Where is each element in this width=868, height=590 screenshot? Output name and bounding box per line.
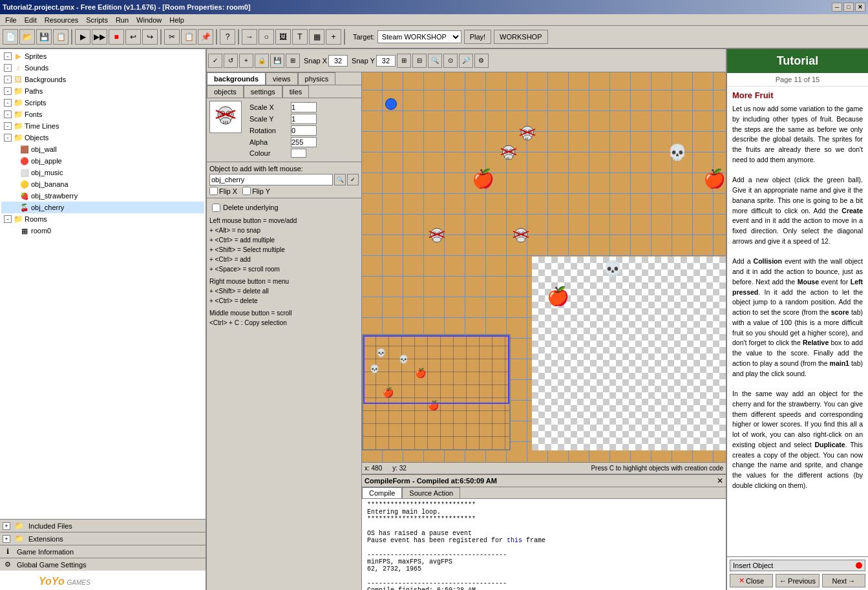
sprite-btn[interactable]: 🖼: [275, 29, 291, 45]
tree-obj-cherry[interactable]: 🍒 obj_cherry: [1, 202, 204, 213]
grid-toggle-btn[interactable]: ⊟: [412, 54, 427, 68]
object-btn[interactable]: ○: [259, 29, 274, 45]
tree-sounds[interactable]: - ♪ Sounds: [1, 62, 204, 74]
compile-tab-compile[interactable]: Compile: [362, 487, 402, 498]
scale-y-input[interactable]: [291, 114, 317, 124]
included-files-section[interactable]: + 📁 Included Files: [0, 519, 206, 532]
zoom-center-btn[interactable]: ⊙: [443, 54, 458, 68]
grid-opt-btn[interactable]: ⚙: [474, 54, 489, 68]
room-undo-btn[interactable]: ↺: [224, 54, 238, 68]
flip-x-checkbox[interactable]: [209, 187, 218, 195]
paste-btn[interactable]: 📌: [198, 29, 213, 45]
menu-scripts[interactable]: Scripts: [82, 14, 112, 26]
obj-expand[interactable]: -: [4, 134, 12, 142]
play2-btn[interactable]: ▶▶: [92, 29, 107, 45]
room-add-view-btn[interactable]: +: [239, 54, 253, 68]
tree-paths[interactable]: - 📁 Paths: [1, 85, 204, 97]
compile-close-btn[interactable]: ✕: [717, 476, 723, 485]
play-target-btn[interactable]: Play!: [464, 30, 491, 44]
ext-expand[interactable]: +: [3, 535, 10, 543]
tree-obj-apple[interactable]: 🔴 obj_apple: [1, 155, 204, 167]
menu-edit[interactable]: Edit: [21, 14, 41, 26]
sounds-expand[interactable]: -: [4, 64, 12, 72]
add-btn[interactable]: +: [326, 29, 341, 45]
sprites-expand[interactable]: -: [4, 52, 12, 60]
redo-btn[interactable]: ↪: [142, 29, 158, 45]
close-tutorial-btn[interactable]: ✕ Close: [730, 574, 773, 587]
save-btn[interactable]: 💾: [36, 29, 52, 45]
flip-y-checkbox[interactable]: [242, 187, 251, 195]
rotation-input[interactable]: [291, 125, 317, 136]
open-btn[interactable]: 📂: [19, 29, 35, 45]
scale-x-input[interactable]: [291, 102, 317, 112]
arrow-btn[interactable]: →: [242, 29, 257, 45]
help-icon-btn[interactable]: ?: [220, 29, 235, 45]
snap-y-input[interactable]: [376, 55, 396, 67]
room-save-btn[interactable]: 💾: [270, 54, 284, 68]
tree-room0[interactable]: ▦ room0: [1, 225, 204, 237]
close-btn-title[interactable]: ✕: [855, 3, 865, 12]
tl-expand[interactable]: -: [4, 122, 12, 130]
zoom-out-btn[interactable]: 🔎: [459, 54, 473, 68]
snap-toggle[interactable]: ⊞: [286, 54, 300, 68]
paths-expand[interactable]: -: [4, 87, 12, 95]
tree-fonts[interactable]: - 📁 Fonts: [1, 109, 204, 120]
room-btn[interactable]: ▦: [309, 29, 324, 45]
play-btn[interactable]: ▶: [75, 29, 90, 45]
scripts-expand[interactable]: -: [4, 99, 12, 107]
tree-obj-strawberry[interactable]: 🍓 obj_strawberry: [1, 190, 204, 202]
copy-btn[interactable]: 📋: [181, 29, 196, 45]
menu-resources[interactable]: Resources: [41, 14, 83, 26]
menu-help[interactable]: Help: [165, 14, 188, 26]
fonts-expand[interactable]: -: [4, 111, 12, 118]
prev-tutorial-btn[interactable]: ← Previous: [776, 574, 819, 587]
tree-objects[interactable]: - 📁 Objects: [1, 132, 204, 143]
zoom-in-btn[interactable]: 🔍: [428, 54, 442, 68]
tree-obj-banana[interactable]: 🟡 obj_banana: [1, 178, 204, 190]
tree-rooms[interactable]: - 📁 Rooms: [1, 213, 204, 225]
inc-expand[interactable]: +: [3, 522, 10, 530]
new-btn[interactable]: 📄: [3, 29, 18, 45]
font-btn[interactable]: T: [292, 29, 308, 45]
obj-add-ok-btn[interactable]: ✓: [347, 174, 359, 185]
rooms-expand[interactable]: -: [4, 215, 12, 223]
maximize-btn[interactable]: □: [843, 3, 854, 12]
tree-sprites[interactable]: - ▶ Sprites: [1, 50, 204, 62]
undo-btn[interactable]: ↩: [125, 29, 141, 45]
room-lock-btn[interactable]: 🔒: [255, 54, 269, 68]
tree-scripts[interactable]: - 📁 Scripts: [1, 97, 204, 109]
colour-picker[interactable]: [291, 149, 306, 158]
snap-x-input[interactable]: [328, 55, 348, 67]
obj-add-input[interactable]: [209, 174, 333, 185]
obj-add-search-btn[interactable]: 🔍: [334, 174, 346, 185]
target-select[interactable]: Steam WORKSHOP: [377, 30, 461, 43]
tree-backgrounds[interactable]: - 🖼 Backgrounds: [1, 74, 204, 85]
delete-underlying-checkbox[interactable]: [212, 204, 220, 212]
game-info-section[interactable]: ℹ Game Information: [0, 545, 206, 558]
tree-obj-wall[interactable]: 🟫 obj_wall: [1, 143, 204, 155]
tree-timelines[interactable]: - 📁 Time Lines: [1, 120, 204, 132]
tab-tiles[interactable]: tiles: [282, 85, 310, 98]
tab-objects[interactable]: objects: [207, 85, 244, 98]
menu-window[interactable]: Window: [132, 14, 165, 26]
tab-settings[interactable]: settings: [244, 85, 282, 98]
menu-file[interactable]: File: [1, 14, 21, 26]
grid-view-btn[interactable]: ⊞: [397, 54, 411, 68]
room-ok-btn[interactable]: ✓: [208, 54, 222, 68]
room-canvas[interactable]: 🍎 💀: [362, 72, 726, 462]
bg-expand[interactable]: -: [4, 76, 12, 83]
extensions-section[interactable]: + 📁 Extensions: [0, 532, 206, 545]
tab-physics[interactable]: physics: [298, 72, 336, 85]
global-settings-section[interactable]: ⚙ Global Game Settings: [0, 558, 206, 571]
cut-btn[interactable]: ✂: [164, 29, 180, 45]
tree-obj-music[interactable]: ⬜ obj_music: [1, 167, 204, 178]
stop-btn[interactable]: ■: [109, 29, 124, 45]
compile-tab-source[interactable]: Source Action: [402, 487, 460, 498]
alpha-input[interactable]: [291, 137, 317, 147]
tab-views[interactable]: views: [266, 72, 298, 85]
menu-run[interactable]: Run: [112, 14, 132, 26]
saveas-btn[interactable]: 📋: [53, 29, 69, 45]
minimize-btn[interactable]: ─: [832, 3, 842, 12]
next-tutorial-btn[interactable]: Next →: [822, 574, 865, 587]
tab-backgrounds[interactable]: backgrounds: [207, 72, 266, 85]
